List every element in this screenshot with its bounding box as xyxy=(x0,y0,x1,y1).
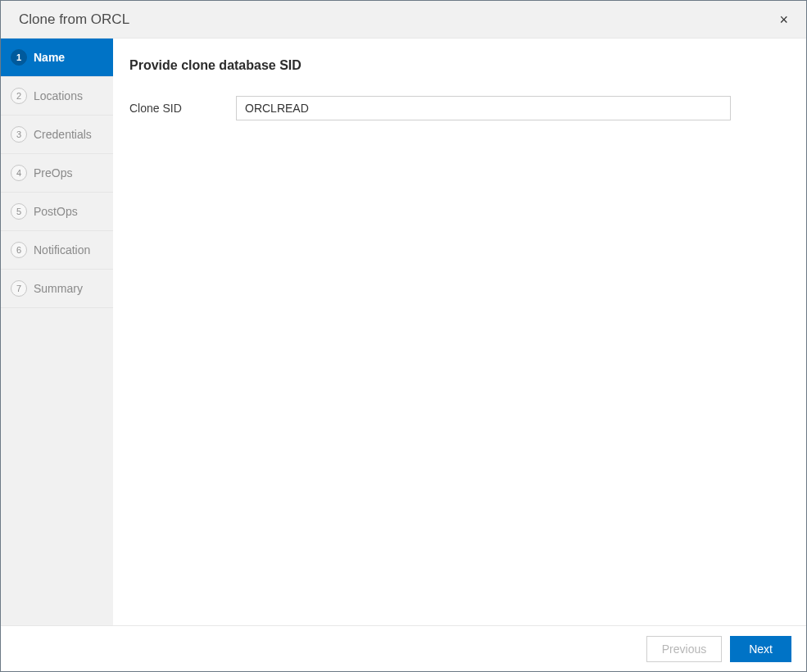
close-icon: × xyxy=(779,11,788,28)
dialog-header: Clone from ORCL × xyxy=(1,1,806,39)
wizard-sidebar: 1 Name 2 Locations 3 Credentials 4 PreOp… xyxy=(1,39,113,625)
next-button[interactable]: Next xyxy=(730,636,791,662)
step-postops[interactable]: 5 PostOps xyxy=(1,193,113,231)
step-label: Locations xyxy=(34,89,83,102)
clone-sid-input[interactable] xyxy=(236,96,731,120)
step-number: 6 xyxy=(11,242,27,258)
clone-dialog: Clone from ORCL × 1 Name 2 Locations 3 C… xyxy=(0,0,807,672)
dialog-title: Clone from ORCL xyxy=(19,11,129,28)
dialog-body: 1 Name 2 Locations 3 Credentials 4 PreOp… xyxy=(1,39,806,625)
dialog-footer: Previous Next xyxy=(1,625,806,671)
step-label: Credentials xyxy=(34,128,92,141)
step-number: 5 xyxy=(11,203,27,220)
step-number: 2 xyxy=(11,88,27,104)
step-number: 3 xyxy=(11,126,27,143)
step-label: PreOps xyxy=(34,166,72,179)
step-label: Notification xyxy=(34,243,90,257)
clone-sid-row: Clone SID xyxy=(129,96,783,120)
step-credentials[interactable]: 3 Credentials xyxy=(1,116,113,154)
clone-sid-label: Clone SID xyxy=(129,102,229,115)
main-panel: Provide clone database SID Clone SID xyxy=(113,39,806,625)
step-name[interactable]: 1 Name xyxy=(1,39,113,77)
step-label: Name xyxy=(34,51,65,64)
close-button[interactable]: × xyxy=(774,11,793,29)
previous-button[interactable]: Previous xyxy=(646,636,722,662)
page-title: Provide clone database SID xyxy=(129,58,783,73)
step-label: Summary xyxy=(34,282,83,295)
step-summary[interactable]: 7 Summary xyxy=(1,270,113,308)
step-number: 7 xyxy=(11,280,27,297)
step-number: 4 xyxy=(11,165,27,181)
step-locations[interactable]: 2 Locations xyxy=(1,77,113,116)
step-preops[interactable]: 4 PreOps xyxy=(1,154,113,193)
step-notification[interactable]: 6 Notification xyxy=(1,231,113,270)
step-number: 1 xyxy=(11,49,27,66)
step-label: PostOps xyxy=(34,205,78,218)
